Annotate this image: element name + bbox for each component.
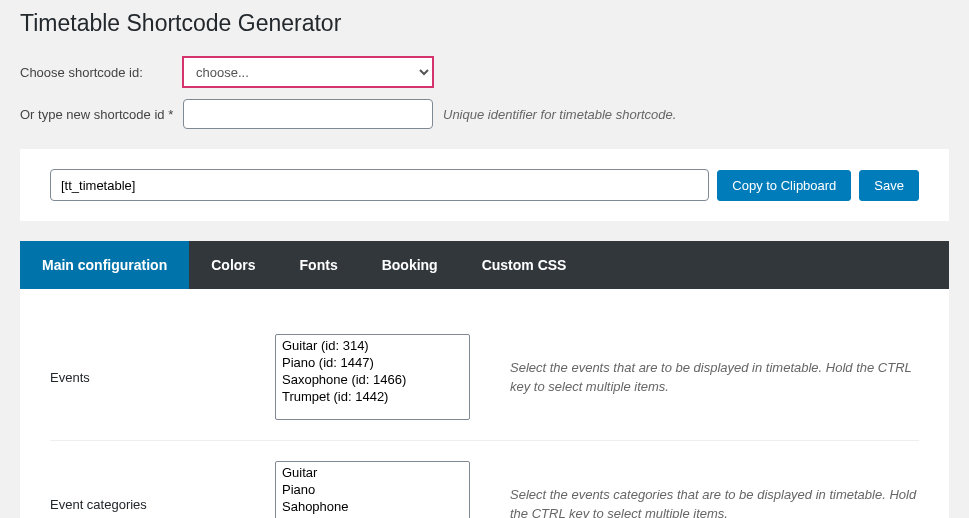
shortcode-output[interactable] <box>50 169 709 201</box>
choose-shortcode-select[interactable]: choose... <box>183 57 433 87</box>
events-control: Guitar (id: 314) Piano (id: 1447) Saxoph… <box>275 334 470 420</box>
save-button[interactable]: Save <box>859 170 919 201</box>
tab-colors[interactable]: Colors <box>189 241 277 289</box>
list-item[interactable]: Guitar <box>278 464 467 481</box>
list-item[interactable]: Guitar (id: 314) <box>278 337 467 354</box>
tab-fonts[interactable]: Fonts <box>278 241 360 289</box>
list-item[interactable]: Saxophone (id: 1466) <box>278 371 467 388</box>
events-desc: Select the events that are to be display… <box>510 358 919 397</box>
events-label: Events <box>50 370 275 385</box>
categories-label: Event categories <box>50 497 275 512</box>
page-wrap: Timetable Shortcode Generator Choose sho… <box>0 0 969 518</box>
events-row: Events Guitar (id: 314) Piano (id: 1447)… <box>50 314 919 441</box>
categories-desc: Select the events categories that are to… <box>510 485 919 519</box>
tab-booking[interactable]: Booking <box>360 241 460 289</box>
list-item[interactable]: Piano <box>278 481 467 498</box>
tab-main-configuration[interactable]: Main configuration <box>20 241 189 289</box>
new-shortcode-input[interactable] <box>183 99 433 129</box>
list-item[interactable]: Sahophone <box>278 498 467 515</box>
page-title: Timetable Shortcode Generator <box>20 10 949 37</box>
categories-control: Guitar Piano Sahophone Trumpet <box>275 461 470 518</box>
choose-shortcode-row: Choose shortcode id: choose... <box>20 57 949 87</box>
shortcode-bar: Copy to Clipboard Save <box>20 149 949 221</box>
new-shortcode-label: Or type new shortcode id * <box>20 107 183 122</box>
tab-custom-css[interactable]: Custom CSS <box>460 241 589 289</box>
copy-button[interactable]: Copy to Clipboard <box>717 170 851 201</box>
categories-row: Event categories Guitar Piano Sahophone … <box>50 441 919 518</box>
categories-multiselect[interactable]: Guitar Piano Sahophone Trumpet <box>275 461 470 518</box>
new-shortcode-row: Or type new shortcode id * Unique identi… <box>20 99 949 129</box>
panel-main: Events Guitar (id: 314) Piano (id: 1447)… <box>20 289 949 518</box>
choose-shortcode-label: Choose shortcode id: <box>20 65 183 80</box>
tabs: Main configuration Colors Fonts Booking … <box>20 241 949 289</box>
list-item[interactable]: Trumpet (id: 1442) <box>278 388 467 405</box>
events-multiselect[interactable]: Guitar (id: 314) Piano (id: 1447) Saxoph… <box>275 334 470 420</box>
new-shortcode-hint: Unique identifier for timetable shortcod… <box>443 107 676 122</box>
list-item[interactable]: Piano (id: 1447) <box>278 354 467 371</box>
